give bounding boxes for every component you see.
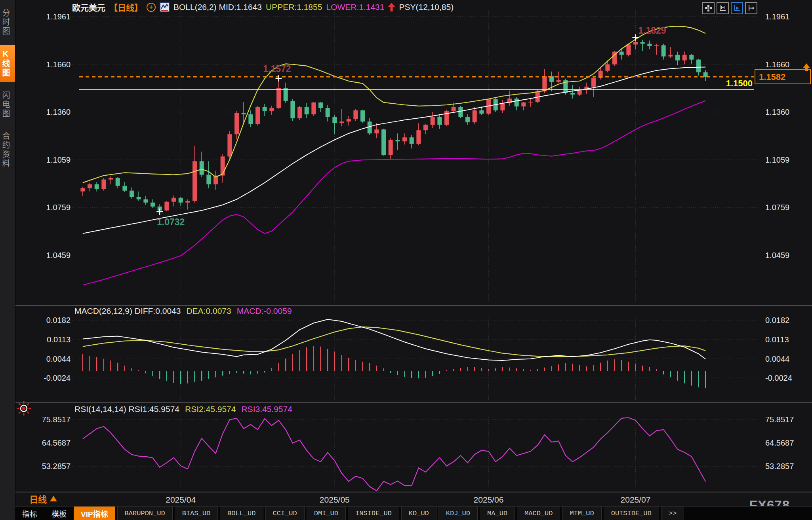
- tab-vip-indicators[interactable]: VIP指标: [74, 507, 115, 520]
- svg-text:-0.0024: -0.0024: [765, 374, 792, 382]
- sidebar-item-timeline-chart[interactable]: 分时图: [0, 4, 15, 41]
- tab-more[interactable]: >>: [661, 507, 684, 520]
- period-selector[interactable]: 日线: [29, 492, 57, 505]
- svg-text:1.1059: 1.1059: [765, 156, 789, 164]
- tab-macd-ud[interactable]: MACD_UD: [517, 507, 560, 520]
- svg-text:1.1500: 1.1500: [726, 78, 753, 88]
- tab-bias-ud[interactable]: BIAS_UD: [175, 507, 218, 520]
- svg-text:1.1572: 1.1572: [263, 64, 291, 74]
- boll-upper-label: UPPER:1.1855: [266, 2, 322, 12]
- svg-text:1.1660: 1.1660: [46, 60, 71, 69]
- kline-mini-icon[interactable]: [160, 2, 170, 12]
- axis-scale-icon[interactable]: [717, 2, 729, 14]
- svg-text:53.2857: 53.2857: [42, 462, 71, 471]
- psy-label: PSY(12,10,85): [399, 2, 454, 12]
- svg-text:1.0459: 1.0459: [765, 251, 789, 260]
- add-indicator-icon[interactable]: +: [147, 3, 156, 12]
- tab-cci-ud[interactable]: CCI_UD: [265, 507, 305, 520]
- boll-value-label: BOLL(26,2) MID:1.1643: [173, 2, 262, 12]
- alarm-indicator-icon[interactable]: [15, 400, 32, 419]
- svg-text:1.0759: 1.0759: [46, 203, 71, 212]
- svg-text:1.1360: 1.1360: [46, 108, 71, 116]
- svg-text:75.8517: 75.8517: [42, 415, 71, 424]
- chart-toolbar: [702, 2, 757, 14]
- svg-text:2025/04: 2025/04: [166, 495, 196, 504]
- svg-text:1.1059: 1.1059: [46, 156, 71, 164]
- period-label: 日线: [29, 492, 47, 505]
- chart-header: 欧元美元 【日线】 + BOLL(26,2) MID:1.1643 UPPER:…: [72, 1, 454, 13]
- tab-kdj-ud[interactable]: KDJ_UD: [438, 507, 478, 520]
- svg-text:0.0044: 0.0044: [765, 355, 789, 363]
- tab-inside-ud[interactable]: INSIDE_UD: [348, 507, 399, 520]
- svg-text:1.0459: 1.0459: [46, 251, 71, 260]
- svg-text:1.1660: 1.1660: [765, 60, 789, 69]
- macd-diff-label: MACD(26,12,9) DIFF:0.0043: [74, 306, 181, 316]
- tab-kd-ud[interactable]: KD_UD: [401, 507, 436, 520]
- svg-text:1.1961: 1.1961: [46, 12, 71, 21]
- svg-text:0.0182: 0.0182: [46, 316, 71, 325]
- svg-text:1.0732: 1.0732: [157, 217, 185, 227]
- boll-lower-label: LOWER:1.1431: [326, 2, 384, 12]
- svg-text:1.1961: 1.1961: [765, 12, 789, 21]
- sidebar: 分时图 K线图 闪电图 合约资料: [0, 0, 15, 520]
- svg-text:0.0113: 0.0113: [47, 335, 71, 344]
- svg-text:2025/07: 2025/07: [621, 495, 651, 504]
- svg-text:0.0182: 0.0182: [765, 316, 789, 325]
- axis-shift-icon[interactable]: [745, 2, 757, 14]
- svg-text:0.0113: 0.0113: [765, 335, 789, 344]
- tab-ma-ud[interactable]: MA_UD: [480, 507, 515, 520]
- svg-text:1.1582: 1.1582: [759, 72, 785, 82]
- tab-mtm-ud[interactable]: MTM_UD: [562, 507, 601, 520]
- tab-d mi-ud[interactable]: DMI_UD: [307, 507, 346, 520]
- macd-dea-label: DEA:0.0073: [186, 306, 231, 316]
- period-up-arrow-icon: [50, 496, 57, 501]
- svg-text:1.1360: 1.1360: [765, 108, 789, 116]
- price-chart-svg[interactable]: 1.19611.19611.16601.16601.13601.13601.10…: [0, 0, 812, 520]
- period-tag[interactable]: 【日线】: [109, 1, 143, 13]
- rsi1-label: RSI(14,14,14) RSI1:45.9574: [74, 404, 179, 414]
- rsi-panel-header: RSI(14,14,14) RSI1:45.9574 RSI2:45.9574 …: [74, 404, 292, 414]
- tab-indicators[interactable]: 指标: [15, 507, 44, 520]
- sidebar-item-lightning-chart[interactable]: 闪电图: [0, 86, 15, 123]
- tab-barupdn-ud[interactable]: BARUPDN_UD: [117, 507, 173, 520]
- svg-text:75.8517: 75.8517: [765, 415, 794, 424]
- svg-text:0.0044: 0.0044: [46, 355, 71, 363]
- rsi3-label: RSI3:45.9574: [241, 404, 292, 414]
- sidebar-item-kline-chart[interactable]: K线图: [0, 45, 15, 82]
- chart-application: 1.19611.19611.16601.16601.13601.13601.10…: [0, 0, 812, 520]
- axis-play-icon[interactable]: [731, 2, 743, 14]
- svg-text:53.2857: 53.2857: [765, 462, 794, 471]
- macd-value-label: MACD:-0.0059: [237, 306, 292, 316]
- svg-text:1.0759: 1.0759: [765, 203, 789, 212]
- indicator-tabbar: 指标 模板 VIP指标 BARUPDN_UD BIAS_UD BOLL_UD C…: [15, 506, 812, 520]
- svg-text:64.5687: 64.5687: [42, 438, 71, 447]
- macd-panel-header: MACD(26,12,9) DIFF:0.0043 DEA:0.0073 MAC…: [74, 306, 292, 316]
- tab-templates[interactable]: 模板: [44, 507, 74, 520]
- symbol-title: 欧元美元: [72, 1, 105, 13]
- tab-boll-ud[interactable]: BOLL_UD: [220, 507, 263, 520]
- svg-text:1.1829: 1.1829: [638, 25, 666, 36]
- sidebar-item-contract-info[interactable]: 合约资料: [0, 127, 15, 173]
- grid-move-icon[interactable]: [702, 2, 715, 14]
- rsi2-label: RSI2:45.9574: [185, 404, 236, 414]
- svg-text:-0.0024: -0.0024: [44, 374, 71, 382]
- svg-text:2025/06: 2025/06: [474, 495, 504, 504]
- svg-text:64.5687: 64.5687: [765, 438, 794, 447]
- up-arrow-icon: [388, 3, 395, 11]
- tab-outside-ud[interactable]: OUTSIDE_UD: [604, 507, 659, 520]
- svg-text:2025/05: 2025/05: [320, 495, 350, 504]
